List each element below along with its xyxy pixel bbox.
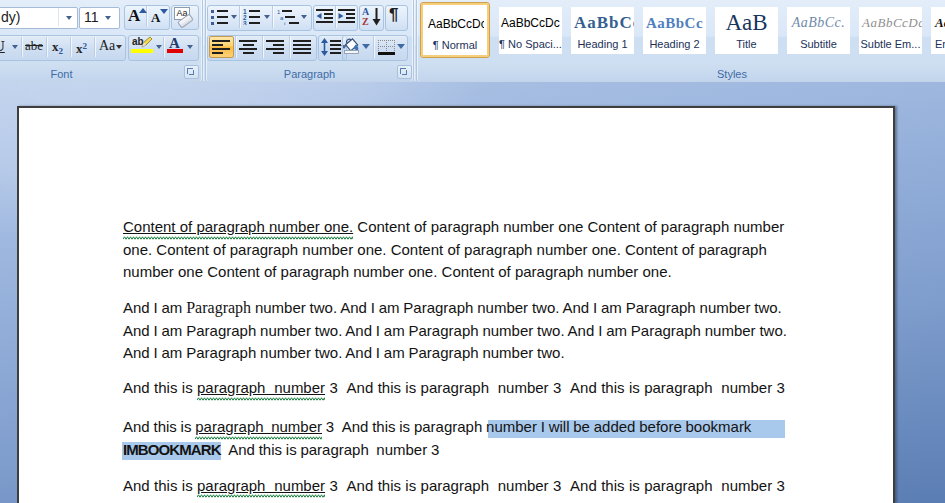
svg-text:i: i [284,21,285,25]
svg-text:3: 3 [243,20,247,25]
